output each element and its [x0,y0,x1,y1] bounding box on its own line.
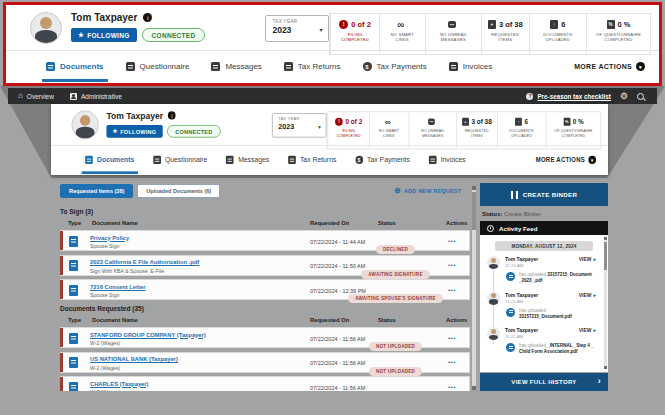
view-link[interactable]: VIEW▸ [579,292,596,298]
tab[interactable]: Tax Returns [288,146,336,174]
list-tab[interactable]: Requested Items (38) [60,184,133,198]
tab-label: Tax Returns [298,62,341,71]
tab-label: Invoices [441,156,466,164]
stat-tile: % 0 % OF QUESTIONNAIRE COMPLETED [546,112,601,148]
client-name: Tom Taxpayer [71,12,137,23]
tab[interactable]: Messages [211,51,261,82]
table-row: CHARLES (Taxpayer) W-2 (Wages) 07/22/202… [60,376,470,391]
document-link[interactable]: 7216 Consent Letter [90,284,145,290]
following-badge[interactable]: ★FOLLOWING [71,28,137,42]
uploaded-file-name: 33157215_Document.pdf [519,314,572,319]
add-icon: ⊕ [394,187,401,195]
scrollbar-thumb[interactable] [472,192,476,230]
document-subtitle: Spouse Sign [90,243,119,249]
stat-icon: ↑ [515,117,522,125]
scrollbar-thumb[interactable] [604,242,607,270]
document-subtitle: Sign With KBA & Spouse: E-File [90,268,164,274]
client-header: Tom Taxpayer i ★FOLLOWING CONNECTED TAX … [51,104,608,175]
tab-label: Tax Returns [300,156,336,164]
document-link[interactable]: US NATIONAL BANK (Taxpayer) [90,356,178,362]
feed-time: 11:24 AM [505,299,538,304]
stat-icon: % [563,117,570,125]
avatar [30,12,62,44]
stat-icon: ! [339,20,348,29]
gear-icon[interactable]: ⚙ [620,92,628,101]
add-new-request-button[interactable]: ⊕ ADD NEW REQUEST [394,187,461,195]
row-actions-button[interactable]: ••• [448,384,456,390]
row-actions-button[interactable]: ••• [448,287,456,293]
sign-document-icon [69,236,78,247]
row-actions-button[interactable]: ••• [448,238,456,244]
pre-season-checklist-link[interactable]: ? Pre-season tax checklist [526,93,611,100]
tab[interactable]: Questionnaire [126,51,190,82]
stat-tile: + 3 of 38 REQUESTED ITEMS [456,112,497,148]
stat-tile: ••• NO UNREAD MESSAGES [408,112,456,148]
stat-tile: ! 0 of 2 FILING COMPLETED [328,112,369,148]
chevron-down-icon: ▾ [636,62,645,71]
more-actions-button[interactable]: MORE ACTIONS ▾ [574,62,645,71]
tab[interactable]: Questionnaire [153,146,207,174]
feed-time: 11:22 AM [505,334,538,339]
info-icon[interactable]: i [168,111,176,119]
tab[interactable]: Documents [46,51,104,82]
view-link[interactable]: VIEW▸ [579,327,596,333]
chevron-down-icon: ▾ [588,156,596,164]
row-actions-button[interactable]: ••• [448,359,456,365]
activity-feed: MONDAY, AUGUST 12, 2024 Tom Taxpayer 11:… [480,235,608,372]
following-badge[interactable]: ★FOLLOWING [106,125,162,138]
document-link[interactable]: CHARLES (Taxpayer) [90,381,149,387]
create-binder-button[interactable]: CREATE BINDER [480,183,608,206]
vertical-scrollbar[interactable] [472,186,476,390]
client-header: Tom Taxpayer i ★FOLLOWING CONNECTED TAX … [6,5,659,83]
requested-rows: STANFORD GROUP COMPANY (Taxpayer) W-2 (W… [60,327,470,391]
uploaded-document-icon [506,308,515,317]
feed-scrollbar[interactable] [604,237,607,369]
upload-document-icon [69,382,78,392]
list-tab[interactable]: Uploaded Documents (6) [137,184,220,198]
document-link[interactable]: STANFORD GROUP COMPANY (Taxpayer) [90,332,206,338]
table-header: Type Document Name Requested On Status A… [60,317,470,327]
stat-icon: % [607,20,615,29]
profile-row: Tom Taxpayer i ★FOLLOWING CONNECTED TAX … [51,104,608,145]
tab[interactable]: $ Tax Payments [363,51,427,82]
sign-document-icon [69,260,78,271]
tab-label: Messages [238,156,269,164]
status-badge: DECLINED [376,245,415,254]
tab[interactable]: Documents [85,146,134,174]
avatar [487,327,500,340]
stat-icon: ••• [448,21,456,28]
search-icon[interactable] [637,93,644,100]
stat-tile: ! 0 of 2 FILING COMPLETED [330,14,378,54]
view-link[interactable]: VIEW▸ [579,256,596,262]
tab-label: Questionnaire [140,62,190,71]
feed-user-name: Tom Taxpayer [505,327,538,333]
row-actions-button[interactable]: ••• [448,335,456,341]
zoom-callout: Tom Taxpayer i ★FOLLOWING CONNECTED TAX … [3,2,662,86]
tab[interactable]: Messages [226,146,269,174]
info-icon[interactable]: i [143,13,152,22]
stat-icon: ••• [428,118,435,124]
tax-year-select[interactable]: TAX YEAR 2023 ▾ [272,113,327,138]
tab[interactable]: Invoices [429,146,466,174]
arrow-right-icon: ▸ [593,292,596,298]
tab-icon [85,156,93,164]
document-link[interactable]: 2023 California E File Authorization .pd… [90,259,199,265]
row-actions-button[interactable]: ••• [448,262,456,268]
tab[interactable]: $ Tax Payments [355,146,410,174]
tab-icon: $ [355,156,363,164]
table-row: 2023 California E File Authorization .pd… [60,255,470,276]
nav-item-overview[interactable]: ⌂ Overview [18,92,54,100]
upload-document-icon [69,357,78,368]
nav-item-administrative[interactable]: Administrative [70,93,122,100]
view-full-history-button[interactable]: VIEW FULL HISTORY › [480,373,608,391]
section-title-to-sign: To Sign (3) [60,208,93,215]
tab-label: Documents [97,156,134,164]
tab-label: Documents [60,62,104,71]
tax-year-select[interactable]: TAX YEAR 2023 ▾ [265,15,329,42]
more-actions-button[interactable]: MORE ACTIONS ▾ [536,156,596,164]
document-link[interactable]: Privacy Policy [90,235,129,241]
stat-icon: ∞ [395,20,406,29]
tab[interactable]: Tax Returns [284,51,341,82]
tab[interactable]: Invoices [449,51,492,82]
tab-label: Invoices [463,62,492,71]
